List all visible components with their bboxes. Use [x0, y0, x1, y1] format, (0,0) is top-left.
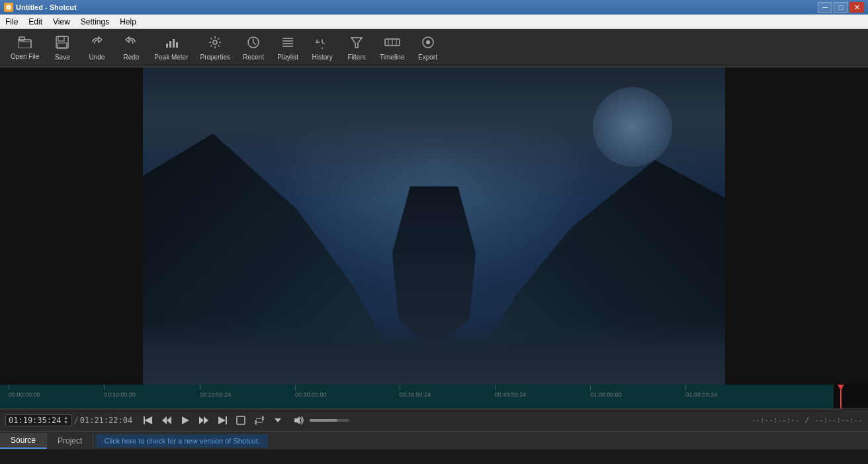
- time-spin-buttons[interactable]: ▲ ▼: [62, 416, 69, 425]
- svg-marker-29: [204, 416, 208, 424]
- time-input-wrapper[interactable]: 01:19:35:24 ▲ ▼: [5, 414, 72, 426]
- playlist-icon: [281, 36, 294, 52]
- svg-marker-33: [275, 418, 281, 422]
- time-total: 01:21:22:04: [80, 416, 132, 425]
- maximize-button[interactable]: □: [834, 2, 848, 13]
- in-out-separator: /: [805, 416, 810, 424]
- menu-bar: File Edit View Settings Help: [0, 15, 868, 29]
- menu-file[interactable]: File: [0, 16, 23, 28]
- filters-label: Filters: [347, 54, 365, 61]
- svg-marker-27: [182, 416, 189, 424]
- status-message[interactable]: Click here to check for a new version of…: [96, 434, 267, 447]
- playlist-button[interactable]: Playlist: [271, 32, 304, 65]
- redo-icon: [124, 36, 138, 52]
- dropdown-button[interactable]: [270, 412, 286, 428]
- timeline-tick: 00:30:00:00: [295, 385, 327, 408]
- go-to-end-icon: [218, 416, 227, 425]
- svg-marker-25: [162, 416, 167, 424]
- open-file-icon: [18, 36, 32, 52]
- timeline-tick: 00:00:00:00: [9, 385, 40, 408]
- filters-button[interactable]: Filters: [340, 32, 373, 65]
- svg-marker-34: [294, 416, 300, 424]
- menu-settings[interactable]: Settings: [75, 16, 114, 28]
- rewind-button[interactable]: [159, 412, 175, 428]
- history-label: History: [312, 54, 333, 61]
- time-spin-down[interactable]: ▼: [62, 420, 69, 425]
- title-bar: Untitled - Shotcut ─ □ ✕: [0, 0, 868, 15]
- undo-icon: [90, 36, 103, 52]
- play-button[interactable]: [177, 412, 193, 428]
- export-button[interactable]: Export: [412, 32, 445, 65]
- volume-icon: [294, 416, 304, 425]
- volume-area: [291, 412, 349, 428]
- menu-help[interactable]: Help: [114, 16, 142, 28]
- loop-button[interactable]: [251, 412, 267, 428]
- ground-layer: [143, 319, 725, 385]
- recent-button[interactable]: Recent: [237, 32, 270, 65]
- peak-meter-button[interactable]: Peak Meter: [149, 32, 193, 65]
- go-to-end-button[interactable]: [214, 412, 230, 428]
- svg-rect-4: [58, 36, 64, 41]
- timeline-tick: 01:09:59:24: [685, 385, 717, 408]
- toggle-button[interactable]: [233, 412, 249, 428]
- svg-point-0: [6, 5, 11, 10]
- source-tab[interactable]: Source: [0, 433, 47, 449]
- dropdown-icon: [275, 417, 281, 424]
- properties-label: Properties: [200, 54, 231, 61]
- properties-button[interactable]: Properties: [195, 32, 236, 65]
- open-file-label: Open File: [11, 53, 39, 60]
- go-to-start-icon: [144, 416, 153, 425]
- window-title: Untitled - Shotcut: [16, 3, 77, 11]
- in-out-points: --:--:--:-- / --:--:--:--: [752, 416, 863, 424]
- volume-slider[interactable]: [310, 419, 349, 422]
- save-button[interactable]: Save: [46, 32, 79, 65]
- redo-button[interactable]: Redo: [114, 32, 148, 65]
- scrubber-track[interactable]: 00:00:00:0000:10:00:0000:19:59:2400:30:0…: [0, 385, 868, 408]
- close-button[interactable]: ✕: [849, 2, 864, 13]
- toggle-icon: [236, 416, 245, 425]
- video-content: [143, 67, 725, 385]
- timeline-tick: 01:00:00:00: [590, 385, 622, 408]
- timeline-ruler[interactable]: 00:00:00:0000:10:00:0000:19:59:2400:30:0…: [0, 385, 868, 408]
- svg-rect-31: [226, 416, 227, 424]
- timeline-label: Timeline: [380, 54, 404, 61]
- playhead[interactable]: [840, 385, 842, 408]
- timeline-tick: 00:10:00:00: [104, 385, 136, 408]
- timeline-tick: 00:19:59:24: [200, 385, 232, 408]
- svg-rect-24: [144, 416, 145, 424]
- open-file-button[interactable]: Open File: [5, 32, 44, 65]
- svg-rect-5: [58, 43, 67, 48]
- svg-rect-2: [19, 37, 24, 40]
- svg-marker-16: [351, 38, 362, 48]
- transport-bar: 01:19:35:24 ▲ ▼ / 01:21:22:04: [0, 408, 868, 431]
- timeline-button[interactable]: Timeline: [374, 32, 410, 65]
- fast-forward-button[interactable]: [196, 412, 212, 428]
- go-to-start-button[interactable]: [140, 412, 156, 428]
- menu-edit[interactable]: Edit: [23, 16, 48, 28]
- svg-point-22: [426, 40, 430, 44]
- scrubber-ticks: 00:00:00:0000:10:00:0000:19:59:2400:30:0…: [0, 385, 868, 408]
- window-controls: ─ □ ✕: [818, 2, 864, 13]
- menu-view[interactable]: View: [48, 16, 75, 28]
- volume-fill: [310, 419, 337, 422]
- playlist-label: Playlist: [277, 54, 298, 61]
- minimize-button[interactable]: ─: [818, 2, 832, 13]
- history-button[interactable]: History: [306, 32, 339, 65]
- save-icon: [56, 36, 69, 52]
- toolbar: Open File Save Undo Redo Peak Meter Prop…: [0, 29, 868, 67]
- undo-button[interactable]: Undo: [80, 32, 113, 65]
- timeline-tick: 00:49:59:24: [495, 385, 527, 408]
- loop-icon: [255, 416, 264, 425]
- time-separator: /: [73, 416, 78, 425]
- app-icon: [4, 3, 13, 12]
- play-icon: [181, 416, 190, 425]
- redo-label: Redo: [123, 54, 139, 61]
- svg-rect-8: [173, 39, 175, 48]
- video-frame[interactable]: [143, 67, 725, 385]
- peak-meter-icon: [165, 36, 178, 52]
- moon-layer: [593, 87, 672, 167]
- export-label: Export: [418, 54, 437, 61]
- volume-button[interactable]: [291, 412, 307, 428]
- svg-rect-1: [18, 40, 31, 48]
- project-tab[interactable]: Project: [47, 434, 93, 448]
